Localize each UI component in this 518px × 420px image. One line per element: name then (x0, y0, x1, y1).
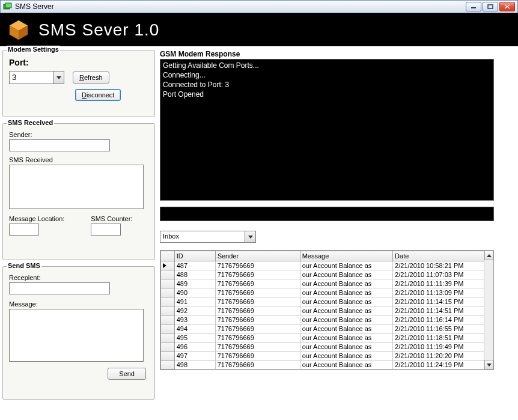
cell-message[interactable]: our Account Balance as (300, 352, 392, 361)
grid-corner (161, 251, 175, 261)
grid-header-id[interactable]: ID (174, 251, 215, 261)
titlebar: SMS Server (0, 0, 518, 13)
cell-date[interactable]: 2/21/2010 11:20:20 PM (393, 352, 485, 361)
cell-sender[interactable]: 7176796669 (215, 324, 300, 333)
cell-message[interactable]: our Account Balance as (300, 261, 392, 270)
cell-id[interactable]: 491 (174, 297, 215, 306)
cell-date[interactable]: 2/21/2010 11:16:14 PM (393, 315, 485, 324)
cell-id[interactable]: 487 (174, 261, 215, 270)
cell-message[interactable]: our Account Balance as (300, 361, 392, 370)
cell-sender[interactable]: 7176796669 (215, 270, 300, 279)
modem-settings-group: Modem Settings Port: 3 Refresh Disconnec… (2, 50, 155, 117)
cell-id[interactable]: 497 (174, 352, 215, 361)
banner-title: SMS Sever 1.0 (38, 20, 159, 40)
close-button[interactable] (499, 2, 515, 11)
cell-sender[interactable]: 7176796669 (215, 352, 300, 361)
folder-select-arrow (245, 231, 255, 242)
cell-id[interactable]: 488 (174, 270, 215, 279)
send-sms-legend: Send SMS (7, 262, 41, 269)
cell-sender[interactable]: 7176796669 (215, 315, 300, 324)
scroll-down-button[interactable] (484, 360, 493, 370)
cell-message[interactable]: our Account Balance as (300, 279, 392, 288)
grid-header-message[interactable]: Message (300, 251, 392, 261)
cell-date[interactable]: 2/21/2010 11:16:55 PM (393, 324, 485, 333)
cell-message[interactable]: our Account Balance as (300, 270, 392, 279)
cell-id[interactable]: 494 (174, 324, 215, 333)
cell-sender[interactable]: 7176796669 (215, 333, 300, 342)
cell-date[interactable]: 2/21/2010 11:13:09 PM (393, 288, 485, 297)
cell-message[interactable]: our Account Balance as (300, 297, 392, 306)
cell-id[interactable]: 493 (174, 315, 215, 324)
cell-date[interactable]: 2/21/2010 11:14:15 PM (393, 297, 485, 306)
cell-id[interactable]: 498 (174, 361, 215, 370)
recipient-input[interactable] (9, 282, 110, 294)
cell-sender[interactable]: 7176796669 (215, 288, 300, 297)
cell-message[interactable]: our Account Balance as (300, 342, 392, 352)
table-row[interactable]: 4977176796669our Account Balance as2/21/… (161, 352, 485, 361)
row-header (161, 288, 175, 297)
scroll-up-button[interactable] (484, 251, 493, 260)
grid-header-sender[interactable]: Sender (215, 251, 300, 261)
table-row[interactable]: 4887176796669our Account Balance as2/21/… (161, 270, 485, 279)
table-row[interactable]: 4947176796669our Account Balance as2/21/… (161, 324, 485, 333)
cell-date[interactable]: 2/21/2010 11:11:39 PM (393, 279, 485, 288)
svg-rect-2 (471, 7, 476, 8)
console-line: Connecting... (163, 70, 491, 80)
table-row[interactable]: 4967176796669our Account Balance as2/21/… (161, 342, 485, 352)
cell-sender[interactable]: 7176796669 (215, 261, 300, 270)
row-header (161, 261, 175, 270)
app-icon (3, 2, 13, 11)
cell-date[interactable]: 2/21/2010 11:18:51 PM (393, 333, 485, 342)
table-row[interactable]: 4927176796669our Account Balance as2/21/… (161, 306, 485, 315)
sender-input[interactable] (9, 139, 110, 151)
cell-sender[interactable]: 7176796669 (215, 342, 300, 352)
cell-date[interactable]: 2/21/2010 11:19:49 PM (393, 342, 485, 352)
disconnect-button[interactable]: Disconnect (75, 89, 121, 101)
cell-sender[interactable]: 7176796669 (215, 306, 300, 315)
cell-sender[interactable]: 7176796669 (215, 279, 300, 288)
minimize-button[interactable] (466, 2, 481, 11)
cell-message[interactable]: our Account Balance as (300, 315, 392, 324)
maximize-button[interactable] (483, 2, 498, 11)
message-label: Message: (9, 300, 148, 308)
message-textarea[interactable] (9, 309, 144, 362)
cell-date[interactable]: 2/21/2010 10:58:21 PM (393, 261, 485, 270)
console-line: Connected to Port: 3 (163, 80, 491, 90)
port-select-value: 3 (10, 72, 53, 84)
message-location-label: Message Location: (9, 215, 64, 222)
cell-sender[interactable]: 7176796669 (215, 361, 300, 370)
folder-select[interactable]: Inbox (160, 231, 256, 243)
cell-date[interactable]: 2/21/2010 11:24:19 PM (393, 361, 485, 370)
cell-id[interactable]: 490 (174, 288, 215, 297)
cell-message[interactable]: our Account Balance as (300, 288, 392, 297)
status-bar (160, 207, 494, 221)
cell-message[interactable]: our Account Balance as (300, 333, 392, 342)
grid-scrollbar[interactable] (484, 251, 493, 370)
cell-id[interactable]: 495 (174, 333, 215, 342)
cell-date[interactable]: 2/21/2010 11:07:03 PM (393, 270, 485, 279)
window-title: SMS Server (15, 2, 466, 11)
table-row[interactable]: 4937176796669our Account Balance as2/21/… (161, 315, 485, 324)
table-row[interactable]: 4897176796669our Account Balance as2/21/… (161, 279, 485, 288)
cell-id[interactable]: 492 (174, 306, 215, 315)
cell-sender[interactable]: 7176796669 (215, 297, 300, 306)
table-row[interactable]: 4987176796669our Account Balance as2/21/… (161, 361, 485, 370)
message-location-input[interactable] (9, 224, 39, 236)
table-row[interactable]: 4917176796669our Account Balance as2/21/… (161, 297, 485, 306)
table-row[interactable]: 4957176796669our Account Balance as2/21/… (161, 333, 485, 342)
grid-header-date[interactable]: Date (393, 251, 485, 261)
send-button[interactable]: Send (108, 368, 146, 380)
cell-message[interactable]: our Account Balance as (300, 324, 392, 333)
port-select[interactable]: 3 (9, 71, 64, 84)
table-row[interactable]: 4907176796669our Account Balance as2/21/… (161, 288, 485, 297)
sms-counter-input[interactable] (91, 224, 121, 236)
sms-received-textarea[interactable] (9, 165, 144, 209)
message-grid[interactable]: ID Sender Message Date 4877176796669our … (160, 250, 494, 370)
table-row[interactable]: 4877176796669our Account Balance as2/21/… (161, 261, 485, 270)
cell-date[interactable]: 2/21/2010 11:14:51 PM (393, 306, 485, 315)
banner: SMS Sever 1.0 (0, 13, 518, 46)
cell-id[interactable]: 496 (174, 342, 215, 352)
cell-id[interactable]: 489 (174, 279, 215, 288)
refresh-button[interactable]: Refresh (73, 72, 109, 84)
cell-message[interactable]: our Account Balance as (300, 306, 392, 315)
